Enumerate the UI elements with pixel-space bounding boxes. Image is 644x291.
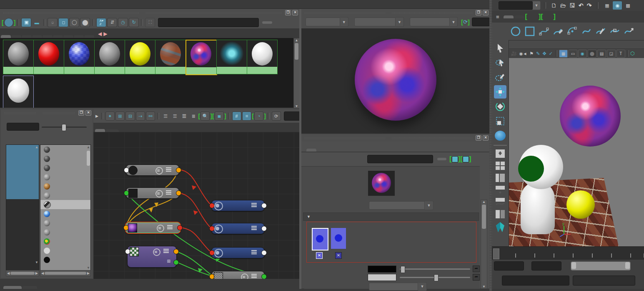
grid-display-icon[interactable]: ▦ bbox=[559, 50, 568, 58]
filter-on-toggle[interactable] bbox=[4, 18, 13, 27]
node-layeredshader1sg[interactable] bbox=[211, 247, 265, 258]
layer-delete-checkbox-2[interactable]: ✕ bbox=[335, 252, 342, 259]
paint-select-tool-icon[interactable] bbox=[494, 71, 506, 84]
layout-persp-outliner-icon[interactable] bbox=[494, 185, 506, 195]
node-place2dtexture3[interactable]: ⊞ bbox=[127, 246, 177, 268]
geometry-dropdown[interactable] bbox=[354, 18, 396, 26]
shelf-tab-rigging[interactable] bbox=[543, 15, 553, 18]
list-scroll-down-icon[interactable]: ▼ bbox=[87, 266, 90, 270]
input-connections-icon[interactable]: ⚯ bbox=[146, 111, 155, 121]
range-handle-right[interactable] bbox=[625, 262, 630, 269]
node-type-item[interactable] bbox=[40, 172, 90, 182]
swatch-scrollbar[interactable]: ▲ ▼ bbox=[293, 38, 300, 109]
node-list-hscrollbar[interactable]: ◀▶ bbox=[40, 270, 91, 276]
node-layeredshader1-selected[interactable] bbox=[125, 222, 181, 234]
slider-handle[interactable] bbox=[434, 274, 439, 281]
close-panel-icon[interactable]: ✕ bbox=[483, 10, 489, 15]
attribute-list-icon[interactable] bbox=[166, 190, 171, 195]
environment-dropdown[interactable] bbox=[410, 18, 450, 26]
category-item[interactable] bbox=[6, 205, 39, 210]
node-type-item[interactable] bbox=[40, 209, 90, 218]
camera-icon[interactable]: 🎥 bbox=[511, 51, 517, 56]
bookmark-icon[interactable]: ⚑ bbox=[529, 51, 534, 56]
layout-graph-editor-icon[interactable] bbox=[494, 197, 506, 207]
swatch-badge-icon[interactable] bbox=[157, 225, 164, 232]
node-blinn3sg[interactable] bbox=[211, 223, 265, 234]
swatch-blinn3[interactable] bbox=[64, 40, 95, 74]
redo-icon[interactable]: ↷ bbox=[587, 2, 592, 9]
attribute-list-icon[interactable] bbox=[251, 226, 257, 230]
list-display-icon[interactable]: ▬ bbox=[32, 18, 41, 27]
create-titlebar[interactable]: ❐ ✕ bbox=[1, 109, 93, 116]
compositing-dropdown[interactable] bbox=[369, 283, 418, 291]
attribute-list-icon[interactable] bbox=[167, 225, 173, 230]
resolution-gate-icon[interactable]: ◉ bbox=[578, 50, 587, 58]
category-item[interactable] bbox=[6, 150, 39, 156]
map-color-button[interactable]: ➦ bbox=[473, 266, 480, 272]
attribute-list-icon[interactable] bbox=[163, 249, 169, 253]
node-type-item[interactable] bbox=[40, 182, 90, 191]
shelf-tab-polygons[interactable] bbox=[514, 15, 524, 18]
menu-set-dropdown[interactable] bbox=[499, 1, 533, 10]
tab-create-bottom[interactable] bbox=[3, 286, 22, 289]
camera-attributes-icon[interactable]: ◉◄ bbox=[519, 51, 527, 56]
browser-search-input[interactable] bbox=[158, 18, 259, 27]
output-port[interactable] bbox=[176, 167, 181, 173]
show-sample-icon[interactable] bbox=[463, 156, 469, 162]
section-collapse-icon[interactable]: ▼ bbox=[307, 215, 311, 219]
renderer-dropdown-arrow[interactable]: ▼ bbox=[340, 17, 348, 27]
select-component-icon[interactable]: ▩ bbox=[623, 1, 632, 10]
node-type-item[interactable] bbox=[40, 218, 90, 228]
tab-scroll-right-icon[interactable]: ▶ bbox=[103, 31, 107, 37]
safe-action-icon[interactable]: ◲ bbox=[607, 50, 616, 58]
scene-layered-sphere[interactable] bbox=[560, 86, 621, 147]
type-dropdown[interactable] bbox=[369, 201, 425, 210]
output-port[interactable] bbox=[261, 250, 267, 256]
node-type-item[interactable] bbox=[40, 145, 90, 154]
swatch-size-slider[interactable] bbox=[42, 127, 87, 128]
command-line-input[interactable] bbox=[502, 276, 569, 286]
pin-icon[interactable]: ⛶ bbox=[145, 18, 155, 27]
layer-stack-area[interactable]: ✕ ✕ bbox=[306, 222, 476, 263]
geometry-dropdown-arrow[interactable]: ▼ bbox=[396, 17, 404, 27]
scene-yellow-sphere[interactable] bbox=[566, 190, 595, 219]
tab-projects[interactable] bbox=[84, 35, 94, 38]
swatch-row2-tile[interactable] bbox=[3, 76, 34, 108]
tab-bake-sets[interactable] bbox=[74, 35, 84, 38]
nurbs-circle-tool-icon[interactable] bbox=[509, 25, 522, 38]
node-blinn2sg[interactable] bbox=[211, 200, 265, 211]
float-panel-icon[interactable]: ❐ bbox=[476, 10, 481, 15]
cut-curve-icon[interactable] bbox=[594, 25, 607, 38]
attributes-section-header[interactable]: ▼ bbox=[303, 213, 479, 221]
anim-start-field[interactable] bbox=[494, 261, 524, 271]
close-panel-icon[interactable]: ✕ bbox=[483, 135, 489, 141]
layer-delete-checkbox-1[interactable]: ✕ bbox=[316, 252, 323, 259]
category-item[interactable] bbox=[6, 194, 39, 199]
field-chart-icon[interactable]: ▤ bbox=[597, 50, 606, 58]
node-type-item[interactable] bbox=[40, 163, 90, 172]
range-slider[interactable] bbox=[571, 261, 631, 271]
tab-materials[interactable] bbox=[1, 35, 11, 38]
search-nodes-icon[interactable]: 🔍 bbox=[200, 111, 210, 121]
extend-curve-icon[interactable] bbox=[623, 25, 635, 38]
float-panel-icon[interactable]: ❐ bbox=[285, 10, 291, 15]
shader-name-input[interactable] bbox=[367, 155, 433, 163]
node-type-item[interactable] bbox=[40, 154, 90, 163]
node-blinn3[interactable] bbox=[126, 187, 179, 199]
type-dropdown-arrow[interactable]: ▼ bbox=[425, 201, 434, 210]
snap-to-grid-icon[interactable]: ⌗ bbox=[242, 111, 251, 121]
slider-handle[interactable] bbox=[401, 266, 405, 273]
category-item[interactable] bbox=[6, 248, 39, 253]
frame-all-icon[interactable]: ◙ bbox=[215, 111, 224, 121]
open-scene-icon[interactable]: 🗁 bbox=[560, 2, 566, 9]
swatch-lambert1[interactable] bbox=[94, 40, 125, 74]
range-handle-left[interactable] bbox=[571, 262, 576, 269]
sample-swatch[interactable] bbox=[368, 171, 395, 196]
category-item[interactable] bbox=[6, 183, 39, 188]
tab-textures[interactable] bbox=[11, 35, 21, 38]
category-item[interactable] bbox=[6, 243, 39, 248]
display-custom-icon[interactable]: ≣ bbox=[189, 112, 198, 120]
create-search-input[interactable] bbox=[7, 123, 39, 131]
list-scroll-up-icon[interactable]: ▲ bbox=[87, 145, 90, 149]
compositing-dropdown-arrow[interactable]: ▼ bbox=[418, 282, 427, 291]
